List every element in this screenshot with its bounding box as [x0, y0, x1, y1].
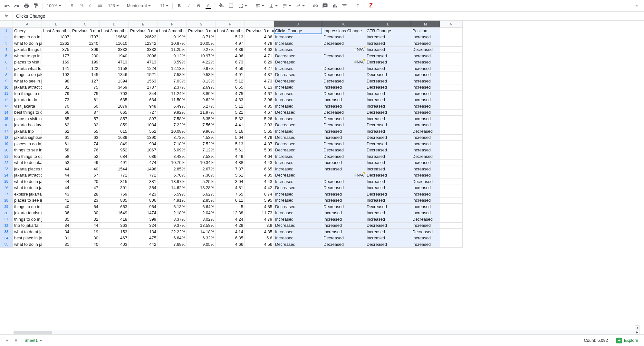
cell-E12[interactable]: 634 — [129, 97, 158, 103]
cell-I16[interactable]: 3.93 — [245, 122, 274, 129]
cell-I12[interactable]: 3.96 — [245, 97, 274, 103]
text-color-button[interactable]: A — [204, 1, 213, 10]
explore-button[interactable]: ✦ Explore — [613, 336, 641, 345]
cell-I26[interactable]: 4.42 — [245, 185, 274, 191]
cell-N35[interactable] — [440, 241, 463, 248]
cell-L23[interactable]: Increased — [365, 166, 411, 172]
cell-J11[interactable]: Increased — [274, 91, 322, 97]
cell-M27[interactable]: Increased — [411, 191, 440, 197]
cell-D8[interactable]: 1346 — [100, 72, 129, 78]
cell-A23[interactable]: jakarta places to — [13, 166, 42, 172]
cell-L2[interactable]: Increased — [365, 34, 411, 41]
cell-C31[interactable]: 32 — [71, 216, 100, 223]
cell-K9[interactable]: Decreased — [322, 78, 365, 84]
cell-H9[interactable]: 5.12 — [216, 78, 245, 84]
cell-M32[interactable]: Increased — [411, 223, 440, 229]
cell-K33[interactable]: Increased — [322, 229, 365, 235]
cell-A20[interactable]: things to see in ja — [13, 147, 42, 154]
row-header-1[interactable]: 1 — [0, 28, 13, 34]
cell-G22[interactable]: 10.34% — [187, 160, 216, 166]
cell-C28[interactable]: 23 — [71, 197, 100, 204]
cell-N32[interactable] — [440, 223, 463, 229]
cell-A31[interactable]: things to do in jak — [13, 216, 42, 223]
cell-F34[interactable]: 6.64% — [158, 235, 187, 242]
cell-N8[interactable] — [440, 72, 463, 78]
font-select[interactable]: Montserrat — [125, 1, 154, 10]
cell-B15[interactable]: 65 — [42, 116, 71, 122]
cell-J9[interactable]: Decreased — [274, 78, 322, 84]
cell-K21[interactable]: Decreased — [322, 153, 365, 160]
cell-L30[interactable]: Increased — [365, 210, 411, 216]
cell-M20[interactable]: Increased — [411, 147, 440, 154]
row-header-14[interactable]: 14 — [0, 110, 13, 116]
addon-z-button[interactable]: Z — [366, 1, 375, 10]
cell-B2[interactable]: 1807 — [42, 34, 71, 41]
row-header-12[interactable]: 12 — [0, 97, 13, 103]
cell-H21[interactable]: 4.49 — [216, 153, 245, 160]
cell-I1[interactable]: Previous 3 month — [245, 28, 274, 34]
cell-H3[interactable]: 4.97 — [216, 40, 245, 47]
cell-K32[interactable]: Increased — [322, 223, 365, 229]
cell-D15[interactable]: 857 — [100, 116, 129, 122]
cell-J14[interactable]: Decreased — [274, 110, 322, 116]
cell-E21[interactable]: 686 — [129, 153, 158, 160]
cell-N27[interactable] — [440, 191, 463, 197]
cell-J21[interactable]: Increased — [274, 153, 322, 160]
cell-J4[interactable]: Increased — [274, 47, 322, 53]
cell-B19[interactable]: 61 — [42, 141, 71, 147]
cell-G35[interactable]: 9.05% — [187, 241, 216, 248]
cell-M17[interactable]: Decreased — [411, 128, 440, 135]
cell-M12[interactable]: Increased — [411, 97, 440, 103]
cell-N20[interactable] — [440, 147, 463, 154]
cell-G3[interactable]: 10.05% — [187, 40, 216, 47]
fill-color-button[interactable] — [217, 1, 226, 10]
scroll-right-button[interactable]: ▶ — [635, 330, 639, 334]
cell-K10[interactable]: Increased — [322, 84, 365, 91]
cell-E24[interactable]: 772 — [129, 172, 158, 179]
cell-D3[interactable]: 11610 — [100, 40, 129, 47]
cell-G24[interactable]: 7.38% — [187, 172, 216, 179]
cell-A1[interactable]: Query — [13, 28, 42, 34]
cell-H22[interactable]: 4.88 — [216, 160, 245, 166]
column-header-A[interactable]: A — [13, 21, 42, 28]
cell-M25[interactable]: Decreased — [411, 178, 440, 185]
cell-I25[interactable]: 4.43 — [245, 178, 274, 185]
cell-M29[interactable]: Increased — [411, 204, 440, 210]
cell-L10[interactable]: Decreased — [365, 84, 411, 91]
cell-E33[interactable]: 134 — [129, 229, 158, 235]
cell-M23[interactable]: Increased — [411, 166, 440, 172]
cell-K3[interactable]: Decreased — [322, 40, 365, 47]
cell-M33[interactable]: Decreased — [411, 229, 440, 235]
italic-button[interactable]: I — [184, 1, 193, 10]
cell-E26[interactable]: 354 — [129, 185, 158, 191]
cell-M7[interactable]: Increased — [411, 65, 440, 72]
cell-L4[interactable]: Increased — [365, 47, 411, 53]
cell-F21[interactable]: 8.48% — [158, 153, 187, 160]
cell-N9[interactable] — [440, 78, 463, 84]
cell-D31[interactable]: 418 — [100, 216, 129, 223]
cell-A3[interactable]: what to do in jaka — [13, 40, 42, 47]
row-header-19[interactable]: 19 — [0, 141, 13, 147]
cell-J27[interactable]: Increased — [274, 191, 322, 197]
cell-F8[interactable]: 7.58% — [158, 72, 187, 78]
row-header-6[interactable]: 6 — [0, 59, 13, 66]
cell-B11[interactable]: 79 — [42, 91, 71, 97]
cell-A34[interactable]: best place in jak — [13, 235, 42, 242]
cell-E20[interactable]: 1067 — [129, 147, 158, 154]
cell-H25[interactable]: 3.04 — [216, 178, 245, 185]
cell-I14[interactable]: 4.67 — [245, 110, 274, 116]
cell-A10[interactable]: jakarta attractions — [13, 84, 42, 91]
cell-D28[interactable]: 835 — [100, 197, 129, 204]
cell-N19[interactable] — [440, 141, 463, 147]
cell-F5[interactable]: 9.12% — [158, 53, 187, 59]
cell-J7[interactable]: Increased — [274, 65, 322, 72]
cell-A16[interactable]: jakarta holiday — [13, 122, 42, 129]
cell-E4[interactable]: 3332 — [129, 47, 158, 53]
cell-C9[interactable]: 127 — [71, 78, 100, 84]
cell-B22[interactable]: 53 — [42, 160, 71, 166]
all-sheets-button[interactable]: ≡ — [12, 336, 21, 345]
cell-G27[interactable]: 6.62% — [187, 191, 216, 197]
cell-B35[interactable]: 31 — [42, 241, 71, 248]
cell-H32[interactable]: 4.29 — [216, 223, 245, 229]
cell-C17[interactable]: 55 — [71, 128, 100, 135]
